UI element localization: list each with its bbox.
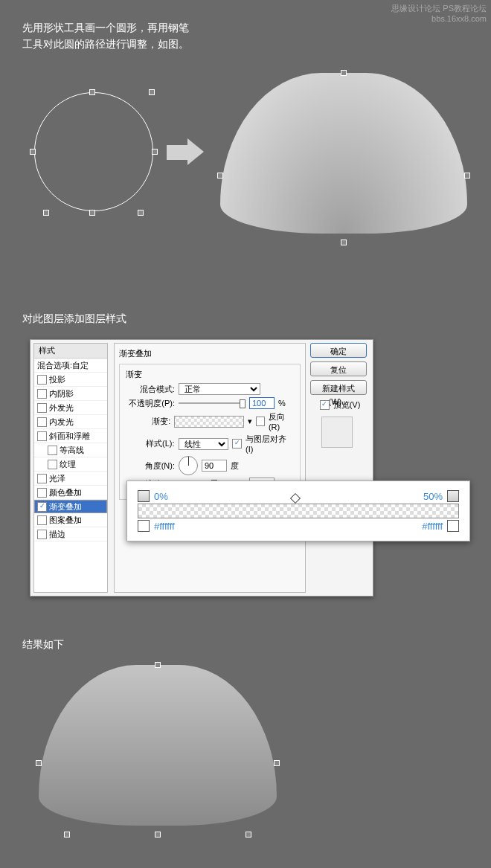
opacity-stop-left[interactable]: [138, 490, 150, 502]
dropdown-icon[interactable]: ▾: [248, 417, 252, 426]
dome2-handle: [155, 832, 161, 838]
group-title: 渐变: [126, 369, 294, 380]
preview-checkbox[interactable]: ✓: [320, 400, 330, 410]
right-color-label: #ffffff: [422, 521, 443, 532]
preview-swatch: [321, 417, 353, 448]
checkbox-icon[interactable]: [37, 515, 47, 525]
page-root: 思缘设计论坛 PS教程论坛 bbs.16xx8.com 先用形状工具画一个圆形，…: [0, 0, 491, 868]
checkbox-icon[interactable]: [37, 403, 47, 413]
section2-title: 对此图层添加图层样式: [22, 312, 126, 326]
angle-unit: 度: [231, 460, 239, 472]
dialog-styles-sidebar: 样式 混合选项:自定 投影 内阴影 外发光 内发光 斜面和浮雕 等高线 纹理 光…: [33, 343, 108, 593]
checkbox-icon[interactable]: [48, 446, 57, 455]
dome2-handle: [274, 760, 280, 766]
blendmode-label: 混合模式:: [126, 384, 175, 395]
midpoint-diamond-icon[interactable]: [290, 493, 301, 504]
align-checkbox[interactable]: ✓: [232, 439, 242, 449]
sidebar-item-contour[interactable]: 等高线: [34, 443, 107, 457]
sidebar-head: 样式: [34, 344, 107, 359]
angle-input[interactable]: [202, 460, 227, 472]
intro-line1: 先用形状工具画一个圆形，再用钢笔: [22, 19, 189, 36]
preview-row: ✓ 预览(V): [310, 399, 370, 411]
checkbox-icon[interactable]: [48, 460, 57, 469]
sidebar-item-dropshadow[interactable]: 投影: [34, 373, 107, 387]
angle-dial[interactable]: [179, 456, 198, 475]
reset-button[interactable]: 复位: [310, 361, 367, 376]
dialog-right-buttons: 确定 复位 新建样式(W)... ✓ 预览(V): [310, 343, 370, 448]
opacity-unit: %: [278, 399, 286, 408]
gradient-label: 渐变:: [126, 416, 170, 427]
reverse-checkbox[interactable]: [256, 417, 265, 426]
circle-handle: [30, 149, 36, 155]
opacity-stop-right[interactable]: [447, 490, 459, 502]
checkbox-icon[interactable]: [37, 488, 47, 498]
circle-handle: [138, 210, 144, 216]
gradient-editor-callout: 0% 50% #ffffff #ffffff: [126, 480, 470, 541]
preview-label: 预览(V): [333, 399, 361, 411]
checkbox-icon[interactable]: [37, 375, 47, 385]
left-opacity-label: 0%: [154, 491, 168, 502]
row-blendmode: 混合模式: 正常: [126, 383, 294, 395]
sidebar-item-patternoverlay[interactable]: 图案叠加: [34, 513, 107, 527]
sidebar-item-innershadow[interactable]: 内阴影: [34, 387, 107, 401]
checkbox-icon[interactable]: [37, 431, 47, 441]
dome-preview-result: [39, 665, 277, 826]
dome1-handle: [217, 173, 223, 179]
sidebar-item-gradientoverlay[interactable]: ✓渐变叠加: [34, 500, 107, 513]
arrow-icon: [167, 144, 204, 171]
layer-style-dialog: 样式 混合选项:自定 投影 内阴影 外发光 内发光 斜面和浮雕 等高线 纹理 光…: [30, 339, 373, 597]
watermark-line1: 思缘设计论坛 PS教程论坛: [391, 3, 487, 13]
circle-handle: [149, 89, 155, 95]
angle-label: 角度(N):: [126, 460, 175, 472]
checkbox-icon[interactable]: ✓: [37, 502, 47, 512]
row-style: 样式(L): 线性 ✓ 与图层对齐(I): [126, 434, 294, 454]
watermark: 思缘设计论坛 PS教程论坛 bbs.16xx8.com: [391, 3, 487, 24]
sidebar-item-stroke[interactable]: 描边: [34, 527, 107, 541]
color-stop-right[interactable]: [447, 520, 459, 532]
style-label: 样式(L):: [126, 438, 175, 449]
blendmode-select[interactable]: 正常: [179, 383, 260, 395]
gradient-bar[interactable]: [138, 504, 459, 518]
sidebar-item-outerglow[interactable]: 外发光: [34, 401, 107, 415]
dome1-handle: [341, 70, 347, 76]
gradient-preview[interactable]: [174, 416, 243, 428]
circle-handle: [89, 210, 95, 216]
dome2-handle: [155, 662, 161, 668]
sidebar-item-satin[interactable]: 光泽: [34, 472, 107, 486]
row-angle: 角度(N): 度: [126, 456, 294, 475]
circle-handle: [152, 149, 158, 155]
sidebar-blend-options[interactable]: 混合选项:自定: [34, 359, 107, 373]
dome2-handle: [246, 832, 251, 838]
dome1-handle: [341, 239, 347, 245]
circle-path-outline: [34, 92, 153, 211]
slider-thumb-icon[interactable]: [240, 399, 246, 408]
checkbox-icon[interactable]: [37, 474, 47, 483]
checkbox-icon[interactable]: [37, 389, 47, 399]
section3-title: 结果如下: [22, 638, 64, 652]
sidebar-item-coloroverlay[interactable]: 颜色叠加: [34, 486, 107, 500]
opacity-slider[interactable]: [179, 399, 246, 408]
opacity-input[interactable]: [249, 397, 275, 409]
dome2-handle: [36, 760, 42, 766]
opacity-label: 不透明度(P):: [126, 398, 175, 409]
gradient-groupbox: 渐变 混合模式: 正常 不透明度(P): % 渐变: ▾: [119, 364, 301, 500]
ok-button[interactable]: 确定: [310, 343, 367, 358]
left-color-label: #ffffff: [154, 521, 175, 532]
circle-handle: [43, 210, 49, 216]
right-opacity-label: 50%: [423, 491, 443, 502]
dome2-handle: [64, 832, 70, 838]
checkbox-icon[interactable]: [37, 417, 47, 427]
sidebar-item-innerglow[interactable]: 内发光: [34, 415, 107, 429]
dialog-title: 渐变叠加: [119, 348, 301, 359]
checkbox-icon[interactable]: [37, 530, 47, 539]
intro-line2: 工具对此圆的路径进行调整，如图。: [22, 36, 189, 52]
dome-preview-1: [220, 73, 467, 234]
intro-text: 先用形状工具画一个圆形，再用钢笔 工具对此圆的路径进行调整，如图。: [22, 19, 189, 52]
sidebar-item-texture[interactable]: 纹理: [34, 457, 107, 472]
new-style-button[interactable]: 新建样式(W)...: [310, 380, 367, 395]
sidebar-item-bevel[interactable]: 斜面和浮雕: [34, 429, 107, 443]
style-select[interactable]: 线性: [179, 438, 229, 450]
color-stop-left[interactable]: [138, 520, 150, 532]
circle-handle: [89, 89, 95, 95]
align-label: 与图层对齐(I): [246, 434, 294, 454]
